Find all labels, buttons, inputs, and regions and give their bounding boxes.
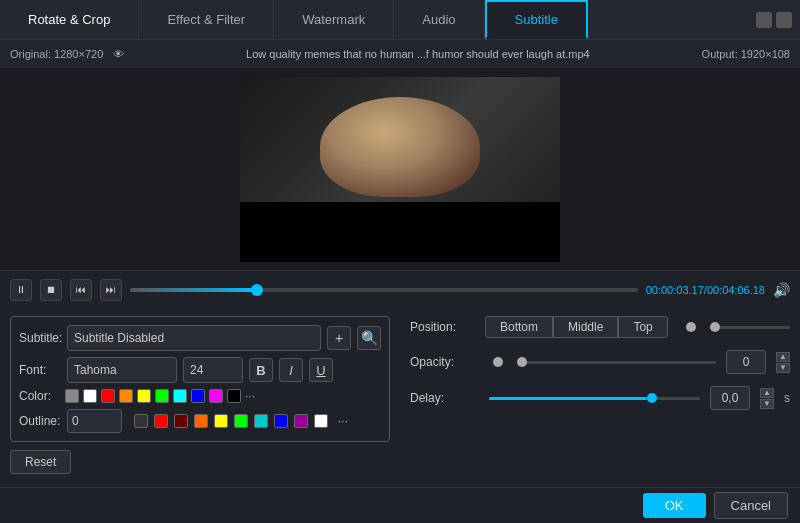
delay-value: 0,0 xyxy=(710,386,750,410)
add-subtitle-button[interactable]: + xyxy=(327,326,351,350)
prev-frame-button[interactable]: ⏮ xyxy=(70,279,92,301)
filename-text: Low quality memes that no human ...f hum… xyxy=(134,48,701,60)
delay-slider-track[interactable] xyxy=(489,397,700,400)
position-top-button[interactable]: Top xyxy=(618,316,667,338)
opacity-spin-down[interactable]: ▼ xyxy=(776,363,790,373)
color-swatch-8[interactable] xyxy=(209,389,223,403)
right-settings-panel: Position: Bottom Middle Top Opacity: 0 ▲ xyxy=(400,316,790,515)
video-preview xyxy=(240,77,560,262)
stop-button[interactable]: ⏹ xyxy=(40,279,62,301)
original-resolution: Original: 1280×720 xyxy=(10,48,103,60)
volume-icon[interactable]: 🔊 xyxy=(773,282,790,298)
outline-swatch-8[interactable] xyxy=(294,414,308,428)
minimize-button[interactable] xyxy=(756,12,772,28)
font-row: Font: Tahoma 24 B I U xyxy=(19,357,381,383)
tab-watermark[interactable]: Watermark xyxy=(274,0,394,39)
footer: OK Cancel xyxy=(0,487,800,523)
color-swatch-1[interactable] xyxy=(83,389,97,403)
eye-icon[interactable]: 👁 xyxy=(113,48,124,60)
preview-info-bar: Original: 1280×720 👁 Low quality memes t… xyxy=(0,40,800,68)
opacity-value: 0 xyxy=(726,350,766,374)
cancel-button[interactable]: Cancel xyxy=(714,492,788,519)
current-time: 00:00:03.17/00:04:06.18 xyxy=(646,284,765,296)
subtitle-select[interactable]: Subtitle Disabled xyxy=(67,325,321,351)
transport-bar: ⏸ ⏹ ⏮ ⏭ 00:00:03.17/00:04:06.18 🔊 xyxy=(0,270,800,308)
opacity-spinner[interactable]: ▲ ▼ xyxy=(776,352,790,373)
maximize-button[interactable] xyxy=(776,12,792,28)
video-thumbnail xyxy=(240,77,560,262)
color-swatch-9[interactable] xyxy=(227,389,241,403)
bold-button[interactable]: B xyxy=(249,358,273,382)
progress-thumb xyxy=(251,284,263,296)
delay-row: Delay: 0,0 ▲ ▼ s xyxy=(410,386,790,410)
tab-audio[interactable]: Audio xyxy=(394,0,484,39)
opacity-slider-thumb xyxy=(517,357,527,367)
color-swatch-5[interactable] xyxy=(155,389,169,403)
subtitle-label: Subtitle: xyxy=(19,331,61,345)
color-swatch-4[interactable] xyxy=(137,389,151,403)
more-outline-colors-button[interactable]: ··· xyxy=(338,414,348,428)
tab-bar: Rotate & Crop Effect & Filter Watermark … xyxy=(0,0,800,40)
output-resolution: Output: 1920×108 xyxy=(702,48,790,60)
color-row: Color: ··· xyxy=(19,389,381,403)
position-bottom-button[interactable]: Bottom xyxy=(485,316,553,338)
progress-bar[interactable] xyxy=(130,288,638,292)
delay-spin-up[interactable]: ▲ xyxy=(760,388,774,398)
reset-button[interactable]: Reset xyxy=(10,450,71,474)
outline-swatch-4[interactable] xyxy=(214,414,228,428)
color-swatch-6[interactable] xyxy=(173,389,187,403)
tab-subtitle[interactable]: Subtitle xyxy=(485,0,588,39)
opacity-spin-up[interactable]: ▲ xyxy=(776,352,790,362)
preview-area: Original: 1280×720 👁 Low quality memes t… xyxy=(0,40,800,270)
underline-button[interactable]: U xyxy=(309,358,333,382)
font-select[interactable]: Tahoma xyxy=(67,357,177,383)
outline-select[interactable]: 0 xyxy=(67,409,122,433)
tab-rotate-crop[interactable]: Rotate & Crop xyxy=(0,0,139,39)
delay-unit: s xyxy=(784,391,790,405)
more-colors-button[interactable]: ··· xyxy=(245,389,255,403)
subtitle-settings-panel: Subtitle: Subtitle Disabled + 🔍 Font: Ta… xyxy=(10,316,390,515)
ok-button[interactable]: OK xyxy=(643,493,706,518)
color-swatch-3[interactable] xyxy=(119,389,133,403)
delay-label: Delay: xyxy=(410,391,475,405)
size-select[interactable]: 24 xyxy=(183,357,243,383)
tab-effect-filter[interactable]: Effect & Filter xyxy=(139,0,274,39)
search-subtitle-button[interactable]: 🔍 xyxy=(357,326,381,350)
outline-swatch-2[interactable] xyxy=(174,414,188,428)
next-frame-button[interactable]: ⏭ xyxy=(100,279,122,301)
delay-slider-thumb xyxy=(647,393,657,403)
outline-label: Outline: xyxy=(19,414,61,428)
outline-swatch-3[interactable] xyxy=(194,414,208,428)
position-slider-dot xyxy=(686,322,696,332)
progress-fill xyxy=(130,288,257,292)
subtitle-box: Subtitle: Subtitle Disabled + 🔍 Font: Ta… xyxy=(10,316,390,442)
outline-swatch-7[interactable] xyxy=(274,414,288,428)
subtitle-row: Subtitle: Subtitle Disabled + 🔍 xyxy=(19,325,381,351)
outline-row: Outline: 0 ··· xyxy=(19,409,381,433)
position-row: Position: Bottom Middle Top xyxy=(410,316,790,338)
font-label: Font: xyxy=(19,363,61,377)
position-label: Position: xyxy=(410,320,475,334)
position-middle-button[interactable]: Middle xyxy=(553,316,618,338)
position-buttons: Bottom Middle Top xyxy=(485,316,668,338)
color-label: Color: xyxy=(19,389,61,403)
outline-swatch-9[interactable] xyxy=(314,414,328,428)
outline-swatch-5[interactable] xyxy=(234,414,248,428)
position-slider-track[interactable] xyxy=(710,326,790,329)
delay-slider-fill xyxy=(489,397,647,400)
color-swatch-0[interactable] xyxy=(65,389,79,403)
position-slider-thumb xyxy=(710,322,720,332)
opacity-label: Opacity: xyxy=(410,355,475,369)
window-controls xyxy=(756,12,800,28)
outline-swatch-0[interactable] xyxy=(134,414,148,428)
color-swatch-2[interactable] xyxy=(101,389,115,403)
outline-swatch-6[interactable] xyxy=(254,414,268,428)
pause-button[interactable]: ⏸ xyxy=(10,279,32,301)
outline-swatch-1[interactable] xyxy=(154,414,168,428)
delay-spin-down[interactable]: ▼ xyxy=(760,399,774,409)
italic-button[interactable]: I xyxy=(279,358,303,382)
color-swatch-7[interactable] xyxy=(191,389,205,403)
delay-spinner[interactable]: ▲ ▼ xyxy=(760,388,774,409)
opacity-slider-track[interactable] xyxy=(517,361,716,364)
opacity-slider-dot xyxy=(493,357,503,367)
